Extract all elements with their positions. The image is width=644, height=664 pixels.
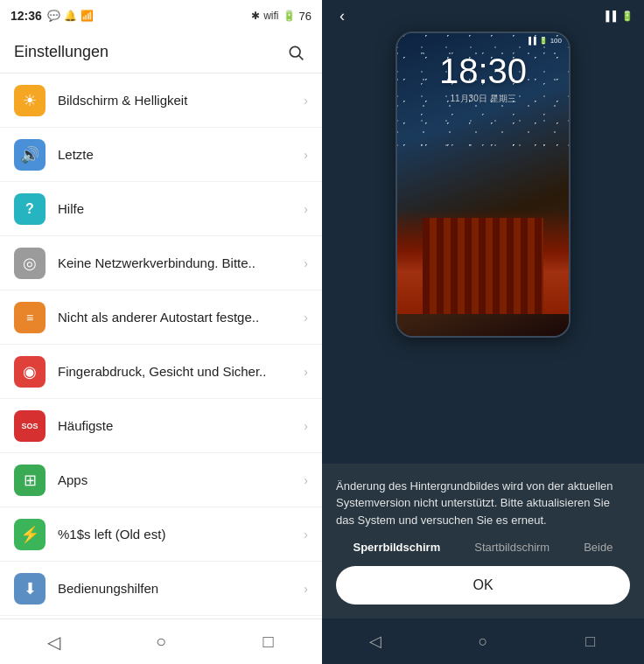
- wifi-icon: wifi: [263, 10, 278, 22]
- recents-icon: □: [263, 632, 274, 652]
- recents-button[interactable]: □: [251, 625, 286, 660]
- settings-item-autostart[interactable]: ≡ Nicht als anderer Autostart festge.. ›: [0, 290, 322, 345]
- right-back-nav-button[interactable]: ◁: [358, 624, 393, 659]
- phone-time: 18:30: [397, 52, 569, 91]
- frequent-icon: SOS: [14, 410, 46, 442]
- bluetooth-icon: ✱: [251, 10, 260, 22]
- chevron-icon: ›: [304, 148, 308, 162]
- autostart-label: Nicht als anderer Autostart festge..: [58, 310, 304, 325]
- chevron-icon: ›: [304, 365, 308, 379]
- status-bar-right-group: ✱ wifi 🔋 76: [251, 10, 312, 23]
- phone-status-bar: ▐▐ 🔋 100: [397, 33, 569, 45]
- phone-wallpaper-building: [397, 209, 569, 314]
- settings-title: Einstellungen: [14, 43, 108, 61]
- bottom-nav-left: ◁ ○ □: [0, 619, 322, 664]
- recent-label: Letzte: [58, 147, 304, 162]
- right-home-icon: ○: [479, 633, 488, 651]
- right-recents-button[interactable]: □: [573, 624, 608, 659]
- recent-icon: 🔊: [14, 139, 46, 171]
- settings-list: ☀ Bildschirm & Helligkeit › 🔊 Letzte › ?…: [0, 73, 322, 619]
- battery-label: %1$s left (Old est): [58, 527, 304, 542]
- right-back-button[interactable]: ‹: [332, 3, 352, 29]
- battery-level: 76: [299, 10, 312, 23]
- start-screen-option[interactable]: Startbildschirm: [474, 541, 550, 554]
- back-button[interactable]: ◁: [36, 625, 71, 660]
- settings-item-battery[interactable]: ⚡ %1$s left (Old est) ›: [0, 507, 322, 562]
- network-label: Keine Netzwerkverbindung. Bitte..: [58, 255, 304, 270]
- right-back-nav-icon: ◁: [369, 632, 382, 651]
- chevron-icon: ›: [304, 582, 308, 596]
- battery-icon-right: 🔋: [621, 10, 634, 22]
- status-bar-left: 12:36 💬 🔔 📶 ✱ wifi 🔋 76: [0, 0, 322, 31]
- home-icon: ○: [156, 632, 166, 652]
- dialog-message: Änderung des Hintergrundbildes wird von …: [336, 478, 630, 529]
- chevron-icon: ›: [304, 311, 308, 325]
- status-icons-group: 💬 🔔 📶: [47, 10, 94, 22]
- message-icon: 💬: [47, 10, 60, 22]
- right-status-icons: ▐▐ 🔋: [602, 10, 634, 22]
- settings-item-network[interactable]: ◎ Keine Netzwerkverbindung. Bitte.. ›: [0, 236, 322, 290]
- signal-icon: 📶: [80, 10, 94, 22]
- fingerprint-label: Fingerabdruck, Gesicht und Sicher..: [58, 364, 304, 379]
- battery-setting-icon: ⚡: [14, 519, 46, 550]
- phone-battery-level: 100: [550, 37, 562, 45]
- svg-point-0: [290, 46, 300, 57]
- signal-icon-right: ▐▐: [602, 10, 616, 21]
- right-home-button[interactable]: ○: [466, 624, 500, 659]
- right-status-bar: ‹ ▐▐ 🔋: [322, 0, 644, 31]
- dialog-options-group: Sperrbildschirm Startbildschirm Beide: [336, 541, 630, 554]
- settings-item-apps[interactable]: ⊞ Apps ›: [0, 453, 322, 507]
- help-label: Hilfe: [58, 201, 304, 216]
- network-icon: ◎: [14, 248, 46, 279]
- settings-item-recent[interactable]: 🔊 Letzte ›: [0, 128, 322, 182]
- ok-button[interactable]: OK: [336, 566, 630, 605]
- brightness-icon: ☀: [14, 85, 46, 116]
- phone-signal-icon: ▐▐: [526, 37, 536, 45]
- accessibility-icon: ⬇: [14, 573, 46, 605]
- fingerprint-icon: ◉: [14, 356, 46, 388]
- settings-item-help[interactable]: ? Hilfe ›: [0, 182, 322, 236]
- phone-battery-icon: 🔋: [539, 37, 548, 45]
- chevron-icon: ›: [304, 473, 308, 487]
- settings-item-accessibility[interactable]: ⬇ Bedienungshilfen ›: [0, 562, 322, 616]
- apps-icon: ⊞: [14, 465, 46, 496]
- settings-panel: 12:36 💬 🔔 📶 ✱ wifi 🔋 76 Einstellungen ☀: [0, 0, 322, 664]
- search-button[interactable]: [284, 40, 308, 65]
- accessibility-label: Bedienungshilfen: [58, 581, 304, 596]
- search-bar: Einstellungen: [0, 31, 322, 73]
- bottom-nav-right: ◁ ○ □: [322, 619, 644, 664]
- settings-item-fingerprint[interactable]: ◉ Fingerabdruck, Gesicht und Sicher.. ›: [0, 345, 322, 399]
- right-recents-icon: □: [585, 633, 595, 651]
- search-icon: [287, 44, 304, 61]
- chevron-icon: ›: [304, 94, 308, 108]
- brightness-label: Bildschirm & Helligkeit: [58, 93, 304, 108]
- phone-date: 11月30日 星期三: [397, 93, 569, 105]
- wallpaper-dialog: Änderung des Hintergrundbildes wird von …: [322, 464, 644, 619]
- status-bar-left-group: 12:36 💬 🔔 📶: [10, 9, 94, 23]
- settings-item-brightness[interactable]: ☀ Bildschirm & Helligkeit ›: [0, 73, 322, 128]
- chevron-icon: ›: [304, 528, 308, 542]
- status-time: 12:36: [10, 9, 42, 23]
- wallpaper-panel: ‹ ▐▐ 🔋 ▐▐ 🔋 100 18:30 11月30日 星期三 Änderun…: [322, 0, 644, 664]
- help-icon: ?: [14, 193, 46, 225]
- chevron-icon: ›: [304, 256, 308, 270]
- chevron-icon: ›: [304, 202, 308, 216]
- phone-screen: ▐▐ 🔋 100 18:30 11月30日 星期三: [397, 33, 569, 336]
- autostart-icon: ≡: [14, 302, 46, 333]
- notification-icon: 🔔: [64, 10, 77, 22]
- phone-preview: ▐▐ 🔋 100 18:30 11月30日 星期三: [396, 31, 570, 338]
- settings-item-frequent[interactable]: SOS Häufigste ›: [0, 399, 322, 453]
- back-icon: ◁: [47, 632, 60, 653]
- frequent-label: Häufigste: [58, 418, 304, 433]
- home-button[interactable]: ○: [144, 625, 178, 660]
- lock-screen-option[interactable]: Sperrbildschirm: [354, 541, 441, 554]
- apps-label: Apps: [58, 472, 304, 487]
- battery-icon: 🔋: [283, 10, 296, 22]
- both-option[interactable]: Beide: [584, 541, 612, 554]
- ok-label: OK: [472, 577, 493, 593]
- svg-line-1: [299, 55, 304, 59]
- chevron-icon: ›: [304, 419, 308, 433]
